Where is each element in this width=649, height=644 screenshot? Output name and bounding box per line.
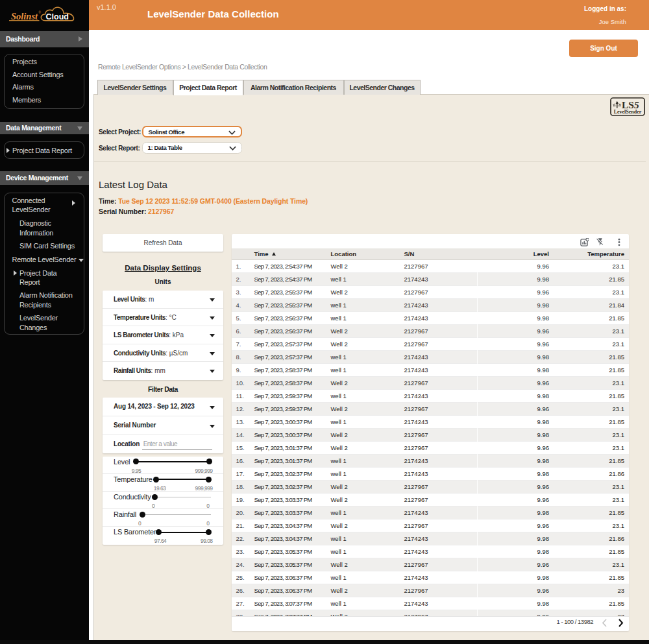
svg-text:®: ® (39, 10, 42, 14)
svg-text:Cloud: Cloud (46, 12, 69, 21)
svg-text:LevelSender: LevelSender (614, 109, 642, 115)
svg-text:Solinst: Solinst (11, 11, 38, 21)
